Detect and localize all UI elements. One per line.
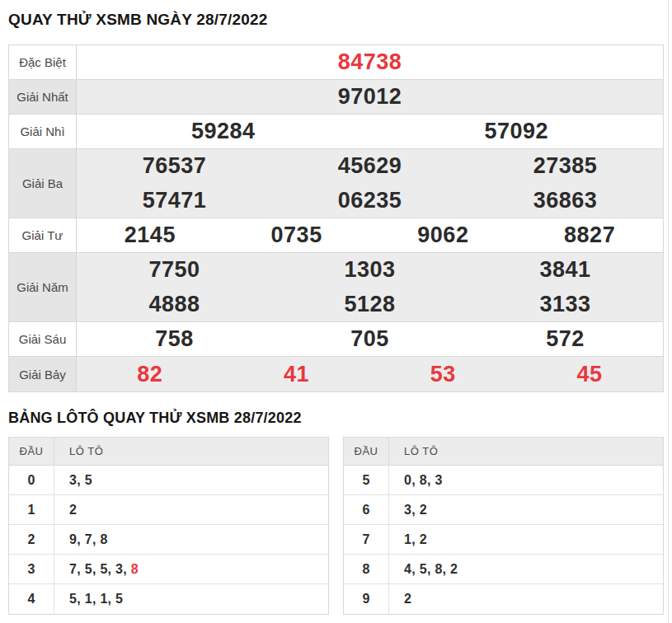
result-row-0: Đặc Biệt84738 [9,45,663,80]
loto-value: 5 [420,562,427,577]
prize-values: 82415345 [77,357,663,391]
prize-value: 0735 [223,222,370,248]
prize-value: 59284 [77,119,370,144]
loto-value: 2 [69,503,77,518]
loto-left-body: 03, 51229, 7, 837, 5, 5, 3, 845, 1, 1, 5 [9,466,328,614]
loto-values: 3, 2 [389,495,427,524]
prize-values: 758705572 [77,322,663,356]
prize-label: Giải Tư [9,218,77,252]
results-title: QUAY THỬ XSMB NGÀY 28/7/2022 [8,11,664,29]
loto-dau: 6 [344,495,389,524]
loto-dau: 7 [344,525,389,554]
result-row-3: Giải Ba765374562927385574710623536863 [9,149,663,218]
loto-row-5: 50, 8, 3 [344,466,663,495]
loto-title: BẢNG LÔTÔ QUAY THỬ XSMB 28/7/2022 [8,410,664,427]
loto-value: 9 [69,532,77,547]
loto-header: ĐẦU LÔ TÔ [9,438,328,466]
content: QUAY THỬ XSMB NGÀY 28/7/2022 Đặc Biệt847… [0,11,672,615]
prize-value: 3841 [468,257,663,283]
loto-value: 7 [69,562,77,577]
loto-values: 0, 8, 3 [389,466,443,494]
loto-row-0: 03, 5 [9,466,328,495]
prize-label: Giải Sáu [9,322,77,356]
prize-value: 84738 [77,49,663,75]
loto-dau: 1 [9,495,54,524]
loto-value: 5 [115,592,123,607]
prize-value: 06235 [272,188,468,213]
prize-label: Giải Ba [9,149,77,218]
prize-value: 7750 [77,257,272,283]
result-row-2: Giải Nhì5928457092 [9,115,663,149]
loto-row-3: 37, 5, 5, 3, 8 [9,555,328,584]
loto-dau: 3 [9,555,54,583]
prize-values: 97012 [77,80,663,114]
loto-value: 8 [100,532,107,547]
loto-row-7: 71, 2 [344,525,663,555]
loto-value: 1 [100,592,107,607]
loto-value: 7 [85,532,92,547]
results-table: Đặc Biệt84738Giải Nhất97012Giải Nhì59284… [8,44,664,392]
loto-values: 2 [389,584,411,614]
prize-value: 36863 [468,188,663,213]
prize-value: 97012 [77,84,663,110]
loto-value: 5 [69,592,77,607]
loto-dau: 0 [9,466,54,494]
loto-value: 2 [420,503,427,518]
prize-value: 76537 [77,153,272,179]
prize-value: 5128 [272,292,468,317]
loto-value: 3 [115,562,123,577]
prize-label: Giải Bảy [9,357,77,391]
loto-row-1: 12 [9,495,328,525]
loto-value: 3 [435,473,442,488]
prize-value: 2145 [77,222,223,248]
loto-value: 5 [85,562,92,577]
prize-value: 41 [223,362,370,387]
loto-dau: 2 [9,525,54,554]
loto-row-9: 92 [344,584,663,614]
prize-value: 53 [370,362,517,387]
prize-value: 572 [468,326,663,352]
loto-value: 3 [69,473,77,488]
prize-label: Giải Nhất [9,80,77,114]
loto-value: 4 [404,562,411,577]
loto-row-4: 45, 1, 1, 5 [9,584,328,614]
loto-value: 5 [100,562,107,577]
prize-value: 1303 [272,257,468,283]
results-table-body: Đặc Biệt84738Giải Nhất97012Giải Nhì59284… [9,45,663,391]
prize-values: 84738 [77,45,663,79]
loto-value: 2 [450,562,458,577]
prize-value: 45 [516,362,663,387]
loto-tables: ĐẦU LÔ TÔ 03, 51229, 7, 837, 5, 5, 3, 84… [8,437,664,615]
loto-value: 2 [420,532,427,547]
result-row-7: Giải Bảy82415345 [9,357,663,391]
loto-values: 1, 2 [389,525,427,554]
loto-dau: 8 [344,555,389,583]
loto-col-dau-header: ĐẦU [344,438,389,465]
result-row-6: Giải Sáu758705572 [9,322,663,357]
prize-value: 4888 [77,292,272,317]
page-right-divider [668,0,669,623]
prize-label: Giải Năm [9,253,77,321]
prize-value: 8827 [516,222,663,248]
loto-value: 8 [420,473,427,488]
prize-value: 3133 [468,292,663,317]
prize-value: 705 [272,326,468,352]
prize-label: Giải Nhì [9,115,77,148]
loto-col-dau-header: ĐẦU [9,438,54,465]
loto-value: 1 [404,532,411,547]
loto-dau: 4 [9,584,54,614]
loto-table-left: ĐẦU LÔ TÔ 03, 51229, 7, 837, 5, 5, 3, 84… [8,437,329,615]
loto-dau: 9 [344,584,389,614]
loto-col-loto-header: LÔ TÔ [54,445,103,457]
prize-value: 57092 [370,119,664,144]
loto-dau: 5 [344,466,389,494]
loto-values: 4, 5, 8, 2 [389,555,458,583]
loto-values: 5, 1, 1, 5 [54,584,123,614]
loto-value: 1 [85,592,92,607]
prize-label: Đặc Biệt [9,45,77,79]
prize-values: 775013033841488851283133 [77,253,663,321]
loto-table-right: ĐẦU LÔ TÔ 50, 8, 363, 271, 284, 5, 8, 29… [343,437,664,615]
result-row-1: Giải Nhất97012 [9,80,663,115]
loto-col-loto-header: LÔ TÔ [389,445,438,457]
loto-value: 5 [85,473,92,488]
